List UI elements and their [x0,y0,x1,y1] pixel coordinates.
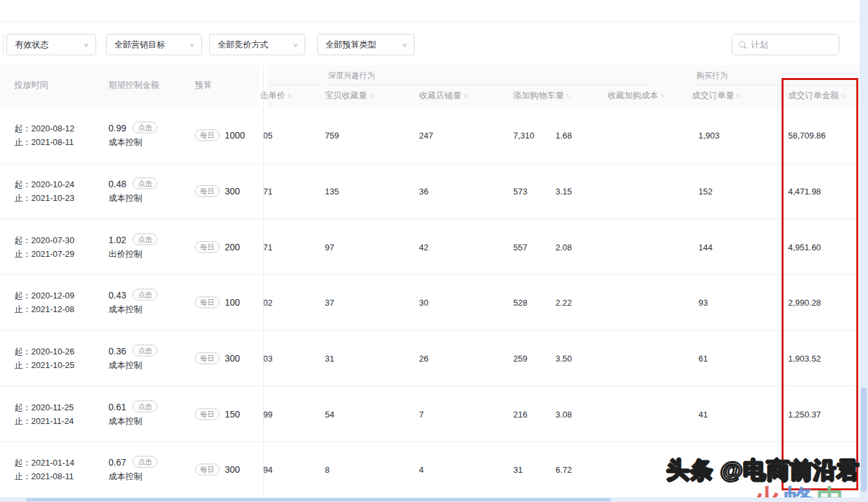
daily-tag-pill: 每日 [195,464,220,475]
budget-type-filter-dropdown[interactable]: 全部预算类型 ∨ [317,34,415,55]
daily-tag-pill: 每日 [195,352,220,364]
expect-control-cell: 1.02点击 出价控制 [108,233,157,261]
cpc-truncated-cell: 03 [263,354,272,363]
launch-time-cell: 起：2021-01-14 止：2021-08-11 [14,456,75,483]
control-value: 0.99 [108,123,126,133]
col-header-shop-fav[interactable]: 收藏店铺量 ↑↓ [419,90,468,101]
fav-cart-cost-cell: 3.50 [555,354,572,363]
launch-start-date: 起：2020-08-12 [14,122,75,135]
budget-cell: 每日 300 [195,464,240,475]
daily-tag-pill: 每日 [195,185,220,197]
item-fav-cell: 37 [325,298,334,308]
bid-method-filter-dropdown[interactable]: 全部竞价方式 ∨ [209,34,305,55]
campaign-dashboard: 有效状态 ∨ 全部营销目标 ∨ 全部竞价方式 ∨ 全部预算类型 ∨ 深度兴趣行为… [0,0,868,502]
shop-fav-cell: 36 [419,187,428,196]
column-group-deep-interest: 深度兴趣行为 [328,70,375,81]
vertical-scrollbar[interactable] [860,0,868,502]
table-row[interactable]: 起：2020-07-30 止：2021-07-29 1.02点击 出价控制 每日… [0,219,868,275]
expect-control-cell: 0.67点击 成本控制 [108,456,157,483]
launch-time-cell: 起：2020-12-09 止：2021-12-08 [14,289,75,316]
chevron-down-icon: ∨ [292,42,298,48]
expect-control-cell: 0.48点击 成本控制 [108,178,157,205]
fav-cart-cost-cell: 3.08 [555,409,572,419]
expect-control-cell: 0.99点击 成本控制 [108,122,157,149]
cart-add-cell: 573 [513,187,528,196]
horizontal-scrollbar[interactable] [0,497,868,502]
bid-method-filter-value: 全部竞价方式 [218,39,268,51]
cart-add-cell: 216 [513,409,528,419]
fav-cart-cost-cell: 6.72 [555,465,572,475]
order-count-cell: 152 [698,187,713,196]
item-fav-cell: 759 [325,131,339,140]
order-count-cell: 61 [698,354,708,363]
launch-end-date: 止：2021-07-29 [14,247,75,261]
table-body: 起：2020-08-12 止：2021-08-11 0.99点击 成本控制 每日… [0,108,868,498]
item-fav-cell: 8 [325,465,329,475]
daily-tag-pill: 每日 [195,297,220,308]
launch-end-date: 止：2021-12-08 [14,302,75,316]
launch-end-date: 止：2021-08-11 [14,469,75,483]
watermark-text: 头条 @电商前沿君 [667,455,860,486]
col-header-item-fav[interactable]: 宝贝收藏量 ↑↓ [325,90,374,101]
control-value: 0.67 [108,457,126,468]
budget-cell: 每日 300 [195,352,240,364]
table-row[interactable]: 起：2020-11-25 止：2021-11-24 0.61点击 成本控制 每日… [0,386,868,442]
launch-start-date: 起：2020-10-26 [14,345,75,358]
launch-time-cell: 起：2020-10-26 止：2021-10-25 [14,345,75,372]
cpc-truncated-cell: 94 [263,465,272,475]
budget-value: 100 [225,297,240,308]
launch-start-date: 起：2020-11-25 [14,401,74,414]
budget-value: 200 [225,242,240,252]
launch-end-date: 止：2021-11-24 [14,414,74,428]
col-header-order-count[interactable]: 成交订单量 ↑↓ [692,90,741,101]
launch-end-date: 止：2021-10-25 [14,358,75,372]
budget-type-filter-value: 全部预算类型 [326,39,376,51]
daily-tag-pill: 每日 [195,408,220,420]
expect-control-cell: 0.61点击 成本控制 [108,401,157,428]
sort-icon: ↑↓ [660,92,665,99]
control-mode: 成本控制 [108,414,157,428]
control-mode: 成本控制 [108,191,157,205]
cpc-truncated-cell: 71 [263,242,272,252]
shop-fav-cell: 4 [419,465,424,475]
control-value: 0.61 [108,402,126,412]
table-row[interactable]: 起：2020-10-24 止：2021-10-23 0.48点击 成本控制 每日… [0,164,868,220]
control-mode: 成本控制 [108,469,157,483]
plan-search-box[interactable] [732,34,839,55]
fav-cart-cost-cell: 2.08 [555,242,572,252]
status-filter-dropdown[interactable]: 有效状态 ∨ [6,34,96,55]
col-header-fav-cart-cost[interactable]: 收藏加购成本 ↑↓ [607,90,665,101]
col-header-expect-control: 期望控制金额 [108,79,159,91]
shop-fav-cell: 247 [419,131,433,140]
sort-icon: ↑↓ [736,92,741,99]
search-icon [739,41,747,49]
cpc-truncated-cell: 71 [263,187,272,196]
horizontal-scrollbar-thumb[interactable] [26,498,611,501]
vertical-scrollbar-thumb[interactable] [861,388,867,492]
cpc-truncated-cell: 99 [263,409,272,419]
shop-fav-cell: 42 [419,242,428,252]
group-underline [268,85,318,85]
expect-control-cell: 0.36点击 成本控制 [108,345,157,372]
click-tag-pill: 点击 [133,233,157,245]
budget-value: 300 [225,186,240,196]
table-row[interactable]: 起：2020-12-09 止：2021-12-08 0.43点击 成本控制 每日… [0,275,868,331]
marketing-goal-filter-dropdown[interactable]: 全部营销目标 ∨ [106,34,202,55]
cropped-left-element [3,34,4,55]
sort-icon: ↑↓ [287,92,292,99]
table-row[interactable]: 起：2020-08-12 止：2021-08-11 0.99点击 成本控制 每日… [0,108,868,164]
launch-time-cell: 起：2020-10-24 止：2021-10-23 [14,178,75,205]
col-header-cpc-truncated[interactable]: 击单价 ↑↓ [260,90,292,101]
budget-cell: 每日 1000 [195,129,245,141]
control-value: 0.43 [108,290,126,300]
launch-start-date: 起：2020-10-24 [14,178,75,191]
order-amount-highlight-box [782,78,858,490]
plan-search-input[interactable] [751,40,832,49]
table-row[interactable]: 起：2020-10-26 止：2021-10-25 0.36点击 成本控制 每日… [0,331,868,387]
cpc-truncated-cell: 02 [263,298,272,308]
control-value: 0.48 [108,179,126,189]
item-fav-cell: 135 [325,187,339,196]
chevron-down-icon: ∨ [189,42,195,48]
click-tag-pill: 点击 [133,289,157,300]
col-header-cart-add[interactable]: 添加购物车量 ↑↓ [513,90,570,101]
